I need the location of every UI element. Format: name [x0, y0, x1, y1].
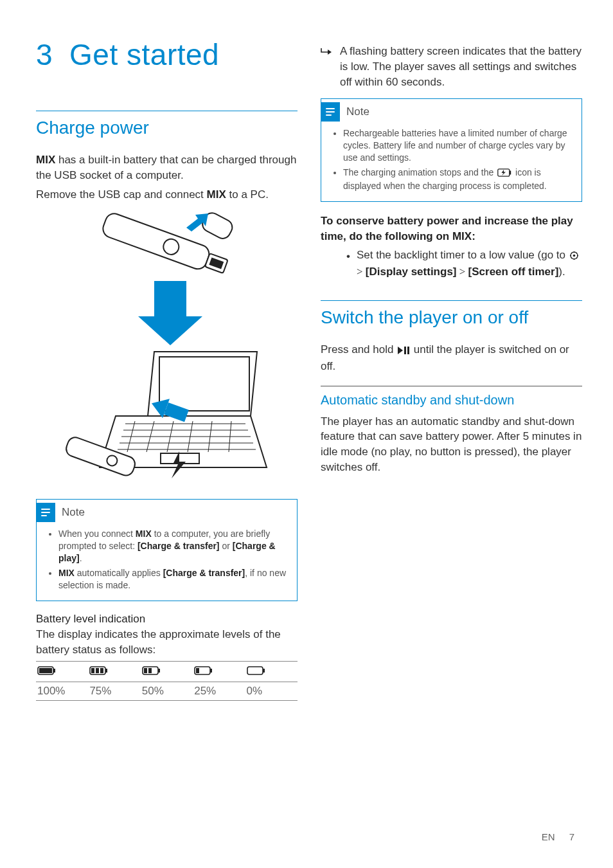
svg-rect-0 [100, 212, 211, 272]
charge-instruction: Remove the USB cap and connect MIX to a … [36, 187, 298, 203]
note2-item2: The charging animation stops and the ico… [343, 167, 574, 192]
svg-rect-27 [39, 668, 52, 673]
svg-rect-58 [407, 347, 409, 354]
svg-rect-6 [159, 357, 249, 411]
illustration-usb-to-pc [64, 207, 270, 490]
product-name: MIX [36, 154, 55, 166]
svg-rect-39 [196, 668, 199, 673]
svg-rect-41 [263, 669, 265, 673]
svg-rect-5 [154, 281, 186, 316]
subsection-auto-standby: Automatic standby and shut-down [321, 393, 582, 408]
note1-item1: When you connect MIX to a computer, you … [58, 528, 289, 565]
battery-desc: The display indicates the approximate le… [36, 627, 298, 658]
battery-heading: Battery level indication [36, 613, 298, 626]
svg-rect-29 [105, 669, 107, 673]
note2-item1: Rechargeable batteries have a limited nu… [343, 127, 574, 164]
svg-point-48 [573, 255, 575, 257]
battery-0-icon [247, 665, 266, 676]
battery-val-25: 25% [193, 682, 245, 701]
switch-instruction: Press and hold until the player is switc… [321, 342, 582, 374]
conserve-bullet-1: • Set the backlight timer to a low value… [346, 248, 582, 280]
battery-25-icon [194, 665, 213, 676]
svg-rect-32 [100, 668, 103, 673]
svg-rect-34 [158, 669, 160, 673]
svg-rect-30 [91, 668, 94, 673]
svg-line-53 [571, 253, 572, 253]
play-pause-icon [398, 343, 409, 359]
chapter-number: 3 [36, 37, 53, 72]
footer-page: 7 [569, 831, 574, 842]
svg-rect-36 [148, 668, 152, 673]
note-box-charge-cycles: Note Rechargeable batteries have a limit… [321, 98, 582, 201]
battery-val-75: 75% [88, 682, 140, 701]
svg-rect-38 [210, 669, 212, 673]
page-footer: EN 7 [542, 831, 574, 842]
note1-item2: MIX automatically applies [Charge & tran… [58, 567, 289, 592]
note-title: Note [346, 105, 369, 118]
battery-75-icon [89, 665, 109, 676]
svg-rect-46 [510, 171, 511, 175]
chapter-title: 3Get started [36, 37, 298, 72]
battery-val-50: 50% [141, 682, 193, 701]
battery-100-icon [37, 665, 57, 676]
battery-level-table: 100% 75% 50% 25% 0% [36, 661, 298, 701]
result-flash-battery: A flashing battery screen indicates that… [321, 44, 582, 89]
settings-gear-icon [570, 249, 578, 264]
arrow-result-icon [321, 44, 332, 89]
chapter-title-text: Get started [69, 38, 219, 71]
battery-val-100: 100% [36, 682, 88, 701]
svg-rect-26 [53, 669, 55, 673]
note-icon [36, 503, 55, 522]
svg-rect-31 [96, 668, 99, 673]
footer-lang: EN [542, 831, 555, 842]
note-box-connect: Note When you connect MIX to a computer,… [36, 499, 298, 601]
charge-complete-icon [497, 168, 511, 180]
auto-standby-text: The player has an automatic standby and … [321, 414, 582, 475]
note-title: Note [62, 506, 85, 519]
charge-intro: MIX has a built-in battery that can be c… [36, 152, 298, 183]
result-flash-text: A flashing battery screen indicates that… [340, 44, 582, 89]
battery-val-0: 0% [245, 682, 298, 701]
svg-line-55 [571, 258, 572, 258]
conserve-intro: To conserve battery power and increase t… [321, 213, 582, 244]
svg-rect-35 [144, 668, 147, 673]
svg-line-54 [576, 258, 576, 258]
section-switch-on-off: Switch the player on or off [321, 300, 582, 328]
svg-rect-40 [247, 667, 263, 674]
note-icon [321, 102, 340, 122]
svg-rect-57 [404, 347, 406, 354]
svg-line-56 [576, 253, 576, 253]
section-charge-power: Charge power [36, 111, 298, 138]
battery-50-icon [142, 665, 161, 676]
